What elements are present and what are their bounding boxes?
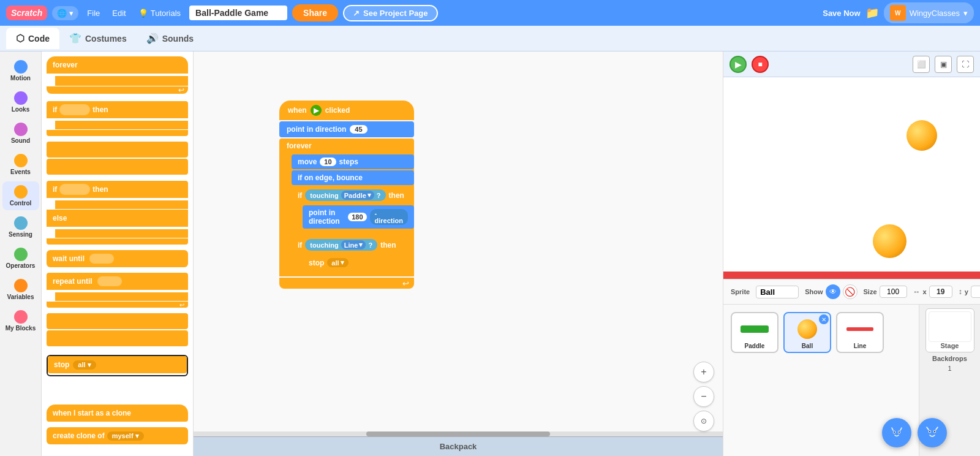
top-navigation: Scratch 🌐 ▾ File Edit 💡 Tutorials Share … xyxy=(0,0,980,26)
line-thumb xyxy=(845,317,875,341)
block-point-direction[interactable]: point in direction 45 xyxy=(279,121,414,137)
file-menu[interactable]: File xyxy=(83,6,104,20)
folder-icon[interactable]: 📁 xyxy=(865,6,879,20)
category-events[interactable]: Events xyxy=(2,150,39,179)
category-myblocks[interactable]: My Blocks xyxy=(2,306,39,335)
paddle-thumb xyxy=(739,317,770,341)
block-forever[interactable]: forever move 10 steps if on edge, bounce xyxy=(279,139,414,289)
edit-menu[interactable]: Edit xyxy=(108,6,129,20)
x-input[interactable] xyxy=(929,286,952,298)
stage-thumbnail xyxy=(929,311,971,342)
tabs-row: ⬡ Code 👕 Costumes 🔊 Sounds xyxy=(0,26,980,51)
categories-panel: Motion Looks Sound Events Control Sensin… xyxy=(0,51,42,456)
stage-toolbar: ▶ ■ ⬜ ▣ ⛶ xyxy=(723,51,980,77)
zoom-reset-button[interactable]: ⊙ xyxy=(693,411,714,431)
svg-point-4 xyxy=(899,431,900,433)
svg-point-8 xyxy=(929,431,930,433)
script-canvas[interactable]: when ▶ clicked point in direction 45 for… xyxy=(194,51,723,456)
block-when-flag[interactable]: when ▶ clicked xyxy=(279,101,414,120)
category-sensing[interactable]: Sensing xyxy=(2,213,39,241)
flag-icon: ▶ xyxy=(735,59,742,69)
variables-dot xyxy=(14,279,28,292)
tab-costumes[interactable]: 👕 Costumes xyxy=(59,28,137,49)
project-name-input[interactable] xyxy=(189,6,287,20)
category-motion[interactable]: Motion xyxy=(2,56,39,85)
variables-label: Variables xyxy=(7,294,34,300)
myblocks-label: My Blocks xyxy=(6,325,36,332)
fullscreen-button[interactable]: ⛶ xyxy=(957,56,974,73)
block-else[interactable]: else xyxy=(47,210,188,227)
scratch-cat-button[interactable] xyxy=(882,418,911,447)
ball-thumb xyxy=(792,317,823,341)
hide-button[interactable]: 🚫 xyxy=(843,284,858,299)
scrollbar-thumb[interactable] xyxy=(366,431,550,436)
size-group: Size xyxy=(864,286,907,298)
scratch-logo[interactable]: Scratch xyxy=(6,6,47,20)
green-flag-button[interactable]: ▶ xyxy=(729,56,747,73)
block-if-on-edge[interactable]: if on edge, bounce xyxy=(292,170,414,185)
save-now-button[interactable]: Save Now xyxy=(823,9,860,18)
horizontal-scrollbar[interactable] xyxy=(194,431,723,436)
sprite-card-line[interactable]: Line xyxy=(836,312,884,353)
script-area: when ▶ clicked point in direction 45 for… xyxy=(279,101,414,289)
block-forever[interactable]: forever xyxy=(47,56,188,74)
tutorials-button[interactable]: 💡 Tutorials xyxy=(135,6,184,20)
control-dot xyxy=(14,185,28,199)
block-if-1[interactable]: if then xyxy=(47,101,188,118)
code-icon: ⬡ xyxy=(16,32,24,44)
category-looks[interactable]: Looks xyxy=(2,88,39,116)
operators-label: Operators xyxy=(6,262,36,269)
y-coord: ↕ y xyxy=(959,286,980,298)
stage-label: Stage xyxy=(941,342,959,349)
tab-sounds[interactable]: 🔊 Sounds xyxy=(137,28,203,49)
language-button[interactable]: 🌐 ▾ xyxy=(52,6,78,20)
block-stop-selected[interactable]: stop all ▾ xyxy=(47,355,188,376)
sprite-name-input[interactable] xyxy=(756,286,799,298)
see-project-button[interactable]: ↗ See Project Page xyxy=(343,5,438,21)
show-button[interactable]: 👁 xyxy=(826,284,840,299)
zoom-out-button[interactable]: − xyxy=(693,386,714,407)
block-move[interactable]: move 10 steps xyxy=(292,154,414,169)
small-stage-button[interactable]: ⬜ xyxy=(913,56,930,73)
sounds-icon: 🔊 xyxy=(146,32,159,44)
flag-icon: ▶ xyxy=(311,105,322,116)
ball-delete-icon[interactable]: ✕ xyxy=(819,314,829,324)
backpack-bar[interactable]: Backpack xyxy=(194,436,723,456)
backdrops-label: Backdrops xyxy=(932,355,967,362)
block-if-2[interactable]: if then xyxy=(47,181,188,198)
normal-stage-button[interactable]: ▣ xyxy=(935,56,952,73)
user-menu[interactable]: W WingyClasses ▾ xyxy=(884,2,974,23)
stage-side-card[interactable]: Stage xyxy=(925,308,974,352)
paddle-name: Paddle xyxy=(745,343,765,349)
globe-arrow: ▾ xyxy=(69,9,74,18)
block-clone-hat[interactable]: when I start as a clone xyxy=(47,405,188,422)
block-repeat-until[interactable]: repeat until xyxy=(47,273,188,290)
block-if-paddle[interactable]: if touching Paddle ▾ ? then xyxy=(292,186,414,235)
sprite-card-ball[interactable]: ✕ Ball xyxy=(783,312,831,353)
line-sprite xyxy=(723,272,980,279)
costumes-icon: 👕 xyxy=(69,32,81,44)
tab-code[interactable]: ⬡ Code xyxy=(6,28,59,49)
category-sound[interactable]: Sound xyxy=(2,119,39,148)
svg-point-9 xyxy=(934,431,935,433)
line-name: Line xyxy=(854,343,867,349)
motion-dot xyxy=(14,60,28,74)
svg-point-3 xyxy=(894,431,895,433)
when-label: when xyxy=(288,106,307,115)
category-variables[interactable]: Variables xyxy=(2,275,39,304)
category-control[interactable]: Control xyxy=(2,181,39,210)
y-input[interactable] xyxy=(971,286,980,298)
ball-sprite-main xyxy=(873,224,907,258)
add-sprite-button[interactable] xyxy=(918,418,947,447)
block-if-line[interactable]: if touching Line ▾ ? then xyxy=(292,236,414,276)
operators-dot xyxy=(14,248,28,261)
size-input[interactable] xyxy=(880,286,907,298)
block-create-clone[interactable]: create clone of myself ▾ xyxy=(47,427,188,444)
category-operators[interactable]: Operators xyxy=(2,244,39,273)
block-wait-until[interactable]: wait until xyxy=(47,250,188,267)
sound-dot xyxy=(14,123,28,136)
sprite-card-paddle[interactable]: Paddle xyxy=(731,312,778,353)
zoom-in-button[interactable]: + xyxy=(693,362,714,382)
stop-button[interactable]: ■ xyxy=(752,56,769,73)
share-button[interactable]: Share xyxy=(292,4,338,21)
